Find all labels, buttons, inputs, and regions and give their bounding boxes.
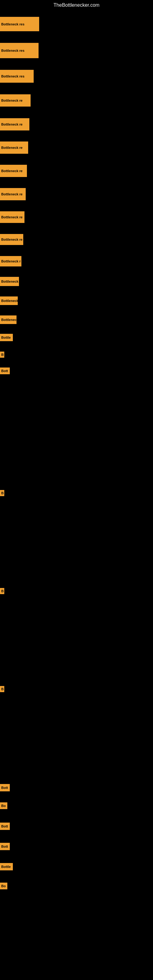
bar-item: Bottleneck re — [0, 211, 24, 223]
bar-item: Bott — [0, 843, 10, 850]
bar-item: Bottleneck re — [0, 142, 28, 154]
bar-item: Bottle — [0, 334, 13, 341]
bar-item: Bo — [0, 802, 7, 809]
bar-item: B — [0, 588, 4, 594]
bar-item: Bottleneck re — [0, 165, 27, 177]
bar-item: Bottleneck res — [0, 70, 33, 83]
bar-item: Bottleneck — [0, 296, 18, 305]
bar-item: B — [0, 686, 4, 692]
bar-item: Bott — [0, 822, 10, 830]
bar-item: Bottleneck re — [0, 234, 23, 245]
bar-item: B — [0, 352, 4, 358]
bar-item: Bottleneck re — [0, 188, 26, 200]
site-title: TheBottlenecker.com — [0, 0, 153, 10]
bar-item: Bottleneck res — [0, 17, 39, 31]
bar-item: Bottleneck — [0, 277, 19, 286]
bar-item: Bott — [0, 784, 10, 791]
bar-item: Bottleneck re — [0, 94, 30, 107]
bar-item: Bottleneck re — [0, 118, 29, 130]
bar-item: Bott — [0, 368, 10, 374]
bar-item: Bottleneck res — [0, 43, 38, 58]
bar-item: Bottleneck — [0, 315, 16, 324]
bar-item: Bo — [0, 883, 7, 889]
bar-item: Bottle — [0, 863, 13, 870]
bar-item: Bottleneck r — [0, 256, 21, 266]
bar-item: B — [0, 490, 4, 496]
